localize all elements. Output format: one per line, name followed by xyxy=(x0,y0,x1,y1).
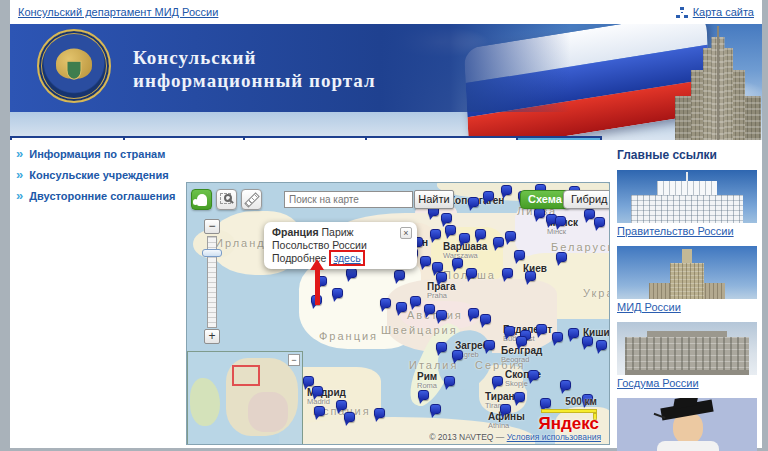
map-pin[interactable] xyxy=(466,268,477,278)
img-consultant-image[interactable] xyxy=(617,398,757,451)
map-pin[interactable] xyxy=(452,258,463,268)
map-pin[interactable] xyxy=(452,350,463,360)
map-pin[interactable] xyxy=(568,328,579,338)
sitemap-link[interactable]: Карта сайта xyxy=(693,6,754,18)
map-pin[interactable] xyxy=(493,237,504,247)
tab-3[interactable]: Консульские функциина территории России xyxy=(245,138,365,140)
map-pin[interactable] xyxy=(584,209,595,219)
map-pin[interactable] xyxy=(380,298,391,308)
zoom-out-button[interactable]: − xyxy=(204,219,220,234)
zoom-slider-handle[interactable] xyxy=(202,249,222,257)
map-pin[interactable] xyxy=(430,404,441,414)
map-pin[interactable] xyxy=(396,302,407,312)
consular-department-emblem xyxy=(37,29,111,103)
map-pin[interactable] xyxy=(445,225,456,235)
overview-minimap[interactable]: − xyxy=(187,351,303,445)
img-mfa-image[interactable] xyxy=(617,246,757,299)
map-pin[interactable] xyxy=(424,304,435,314)
tab-2[interactable]: Консульские функцииза рубежом xyxy=(125,138,243,140)
map-pin[interactable] xyxy=(536,324,547,334)
map-pin[interactable] xyxy=(525,271,536,281)
map-pin[interactable] xyxy=(432,262,443,272)
map-pin[interactable] xyxy=(312,386,323,396)
map-pin[interactable] xyxy=(501,185,512,195)
thumb-shape xyxy=(657,441,719,451)
map-pin[interactable] xyxy=(418,390,429,400)
popup-here-link[interactable]: здесь xyxy=(333,252,360,264)
map-pin[interactable] xyxy=(596,340,607,350)
map-pin[interactable] xyxy=(430,229,441,239)
tab-4[interactable]: Информациядля выезжающих за границу xyxy=(367,138,517,140)
hand-tool-button[interactable] xyxy=(191,189,212,210)
map-pin[interactable] xyxy=(516,336,527,346)
tab-label-line1: Консульская служба xyxy=(20,140,115,141)
main-link-caption[interactable]: МИД России xyxy=(617,301,763,313)
img-gov-image[interactable] xyxy=(617,170,757,223)
find-button[interactable]: Найти xyxy=(414,190,454,209)
map-pin[interactable] xyxy=(410,296,421,306)
tab-5[interactable]: Двусторонниеотношения xyxy=(518,138,600,140)
sidebar-item-3[interactable]: »Двусторонние соглашения xyxy=(16,190,186,202)
map-pin[interactable] xyxy=(504,326,515,336)
map-pin[interactable] xyxy=(502,268,513,278)
map-pin[interactable] xyxy=(441,213,452,223)
map-pin[interactable] xyxy=(552,332,563,342)
main-link-caption[interactable]: Правительство России xyxy=(617,225,763,237)
map-pin[interactable] xyxy=(394,270,405,280)
map-pin[interactable] xyxy=(346,268,357,278)
map-search-input[interactable] xyxy=(284,191,413,208)
yandex-map[interactable]: КопенгагенЛитваМинскМінскБеларусьБерлинB… xyxy=(186,182,610,445)
minimap-collapse-button[interactable]: − xyxy=(288,354,300,366)
right-sidebar: Главные ссылки Правительство РоссииМИД Р… xyxy=(617,148,763,451)
ruler-tool-button[interactable] xyxy=(241,189,262,210)
map-pin[interactable] xyxy=(555,216,566,226)
map-pin[interactable] xyxy=(483,191,494,201)
map-pin[interactable] xyxy=(344,412,355,422)
hybrid-button[interactable]: Гибрид xyxy=(563,190,610,209)
map-pin[interactable] xyxy=(436,342,447,352)
map-pin[interactable] xyxy=(560,380,571,390)
department-link[interactable]: Консульский департамент МИД России xyxy=(18,6,218,18)
map-pin[interactable] xyxy=(468,197,479,207)
map-pin[interactable] xyxy=(582,336,593,346)
sitemap-link-group[interactable]: Карта сайта xyxy=(675,6,754,18)
map-pin[interactable] xyxy=(556,252,567,262)
map-pin[interactable] xyxy=(459,233,470,243)
map-pin[interactable] xyxy=(444,376,455,386)
map-pin[interactable] xyxy=(374,408,385,418)
tab-1[interactable]: Консульская службаМИД России xyxy=(12,138,123,140)
yandex-logo[interactable]: Яндекс xyxy=(539,414,599,434)
map-pin[interactable] xyxy=(540,398,551,408)
map-pin[interactable] xyxy=(500,404,511,414)
magnifier-select-button[interactable] xyxy=(216,189,237,210)
map-pin[interactable] xyxy=(314,406,325,416)
map-pin[interactable] xyxy=(336,400,347,410)
map-pin[interactable] xyxy=(468,308,479,318)
map-pin[interactable] xyxy=(436,272,447,282)
map-pin[interactable] xyxy=(492,376,503,386)
map-pin[interactable] xyxy=(514,250,525,260)
minimap-viewport-rect[interactable] xyxy=(232,365,260,386)
popup-close-button[interactable]: × xyxy=(400,227,412,239)
map-pin[interactable] xyxy=(534,208,545,218)
img-duma-image[interactable] xyxy=(617,322,757,375)
map-pin[interactable] xyxy=(303,376,314,386)
zoom-in-button[interactable]: + xyxy=(204,329,220,344)
map-pin[interactable] xyxy=(528,370,539,380)
main-links-list: Правительство РоссииМИД РоссииГосдума Ро… xyxy=(617,170,763,451)
main-link-caption[interactable]: Госдума России xyxy=(617,377,763,389)
sidebar-item-2[interactable]: »Консульские учреждения xyxy=(16,169,186,181)
map-pin[interactable] xyxy=(436,310,447,320)
map-pin[interactable] xyxy=(484,340,495,350)
terms-link[interactable]: Условия использования xyxy=(507,432,601,442)
map-pin[interactable] xyxy=(594,217,605,227)
site-header: Консульский информационный портал Консул… xyxy=(10,24,762,140)
sidebar-item-1[interactable]: »Информация по странам xyxy=(16,148,186,160)
map-pin[interactable] xyxy=(505,231,516,241)
map-pin[interactable] xyxy=(332,288,343,298)
thumb-shape xyxy=(631,195,743,223)
map-pin[interactable] xyxy=(475,229,486,239)
map-pin[interactable] xyxy=(420,256,431,266)
map-pin[interactable] xyxy=(480,314,491,324)
map-pin[interactable] xyxy=(514,392,525,402)
